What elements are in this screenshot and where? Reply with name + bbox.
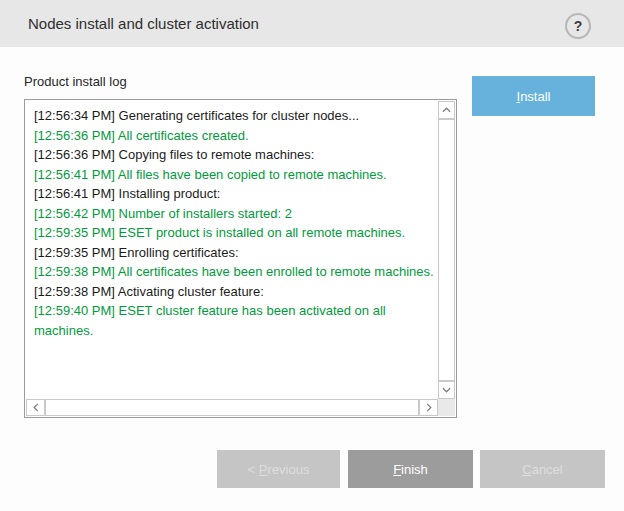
- log-line: [12:59:40 PM] ESET cluster feature has b…: [34, 301, 434, 340]
- title-bar: Nodes install and cluster activation: [0, 0, 624, 47]
- cancel-button-rest: ancel: [532, 462, 563, 477]
- scroll-up-button[interactable]: [438, 101, 455, 119]
- log-line: [12:56:36 PM] Copying files to remote ma…: [34, 145, 434, 165]
- log-line: [12:59:35 PM] Enrolling certificates:: [34, 243, 434, 263]
- previous-button-prefix: <: [248, 462, 259, 477]
- scroll-left-button[interactable]: [26, 399, 45, 416]
- log-line: [12:56:41 PM] Installing product:: [34, 184, 434, 204]
- horizontal-scrollbar[interactable]: [26, 399, 438, 416]
- install-button[interactable]: Install: [472, 76, 595, 116]
- chevron-down-icon: [442, 387, 451, 393]
- cancel-button-accel: C: [522, 462, 531, 477]
- log-line: [12:56:36 PM] All certificates created.: [34, 126, 434, 146]
- vertical-scrollbar[interactable]: [438, 101, 455, 399]
- log-line: [12:59:38 PM] All certificates have been…: [34, 262, 434, 282]
- page-title: Nodes install and cluster activation: [28, 15, 259, 32]
- scroll-right-button[interactable]: [419, 399, 438, 416]
- log-line: [12:56:34 PM] Generating certificates fo…: [34, 106, 434, 126]
- log-label: Product install log: [24, 74, 127, 89]
- log-line: [12:56:41 PM] All files have been copied…: [34, 165, 434, 185]
- product-install-log-box: [12:56:34 PM] Generating certificates fo…: [24, 99, 457, 418]
- help-button[interactable]: ?: [565, 13, 591, 39]
- finish-button-accel: F: [393, 462, 401, 477]
- question-mark-icon: ?: [574, 18, 583, 34]
- log-line: [12:56:42 PM] Number of installers start…: [34, 204, 434, 224]
- scrollbar-corner: [438, 399, 455, 416]
- previous-button-rest: revious: [267, 462, 309, 477]
- vertical-scroll-thumb[interactable]: [438, 119, 455, 381]
- horizontal-scroll-thumb[interactable]: [45, 399, 419, 416]
- scroll-down-button[interactable]: [438, 381, 455, 399]
- finish-button[interactable]: Finish: [348, 450, 473, 488]
- chevron-left-icon: [33, 403, 39, 412]
- install-button-rest: nstall: [520, 89, 550, 104]
- log-line: [12:59:38 PM] Activating cluster feature…: [34, 282, 434, 302]
- cancel-button[interactable]: Cancel: [480, 450, 605, 488]
- finish-button-rest: inish: [401, 462, 428, 477]
- previous-button[interactable]: < Previous: [217, 450, 340, 488]
- chevron-right-icon: [426, 403, 432, 412]
- chevron-up-icon: [442, 107, 451, 113]
- log-viewport[interactable]: [12:56:34 PM] Generating certificates fo…: [26, 101, 438, 399]
- log-line: [12:59:35 PM] ESET product is installed …: [34, 223, 434, 243]
